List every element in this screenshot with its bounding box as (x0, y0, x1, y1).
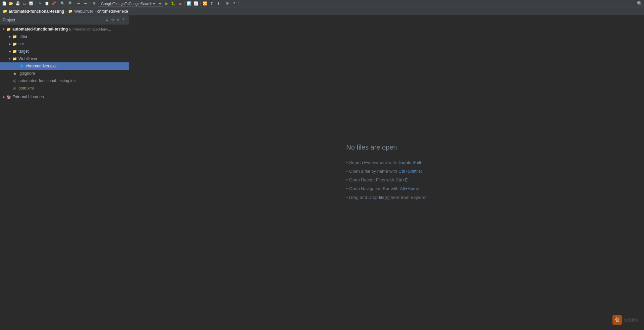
chromedriver-file-icon: 🔷 (19, 64, 25, 68)
hint-nav-text: Open Navigation Bar with (349, 184, 398, 193)
watermark-logo: 创 (612, 315, 622, 325)
webdriver-arrow: ▼ (7, 57, 12, 60)
root-name: automated-functional-testing E:\Pere\aut… (12, 27, 111, 32)
sep4 (90, 1, 90, 6)
hint-recent-text: Open Recent Files with (349, 176, 394, 184)
hint-open-name: • Open a file by name with Ctrl+Shift+R (346, 167, 422, 176)
hint-nav-key: Alt+Home (400, 184, 419, 193)
breadcrumb-project-icon: 📁 (3, 9, 7, 13)
pull-icon[interactable]: ⬇ (215, 1, 221, 7)
sep7 (223, 1, 223, 6)
help-icon[interactable]: ? (231, 1, 237, 7)
settings-icon[interactable]: ⚙ (224, 1, 230, 7)
search-everywhere-icon[interactable]: 🔍 (637, 1, 643, 7)
hint-drag-text: Drag and Drop file(s) here from Explorer (349, 193, 427, 202)
tree-idea[interactable]: ▶ 📁 .idea (0, 33, 129, 40)
tree-chromedriver[interactable]: 🔷 chromedriver.exe (0, 62, 129, 70)
sep6 (200, 1, 201, 6)
breadcrumb-folder[interactable]: WebDriver (74, 9, 93, 14)
tree-webdriver[interactable]: ▼ 📁 WebDriver (0, 55, 129, 62)
sep2 (58, 1, 58, 6)
breadcrumb-file[interactable]: chromedriver.exe (97, 9, 128, 14)
hint-search: • Search Everywhere with Double Shift (346, 158, 421, 167)
sidebar-gear-icon[interactable]: ⚙ (105, 17, 109, 23)
tree-external[interactable]: ▶ 📚 External Libraries (0, 93, 129, 101)
sep8 (238, 1, 239, 6)
watermark-text: 创新互联 (624, 318, 639, 323)
copy-icon[interactable]: 📋 (44, 1, 50, 7)
no-files-panel: No files are open • Search Everywhere wi… (346, 144, 427, 202)
tree-target[interactable]: ▶ 📁 target (0, 48, 129, 55)
sep3 (74, 1, 74, 6)
editor-area: No files are open • Search Everywhere wi… (129, 15, 644, 330)
iml-icon: ⟨/⟩ (12, 79, 17, 83)
chromedriver-name: chromedriver.exe (26, 64, 57, 68)
external-name: External Libraries (12, 95, 44, 99)
target-folder-icon: 📁 (12, 49, 17, 54)
no-files-title: No files are open (346, 144, 427, 154)
sidebar-header-label: Project (3, 18, 103, 22)
profile-icon[interactable]: 📈 (193, 1, 199, 7)
hint-search-key: Double Shift (397, 158, 421, 167)
run-config-dropdown[interactable]: GoogleTest.goToGoogleSearch▼ (98, 1, 163, 7)
hint-open-name-bullet: • (346, 167, 348, 176)
webdriver-folder-icon: 📁 (12, 57, 17, 61)
hint-drag-bullet: • (346, 193, 348, 202)
breadcrumb-sep1: › (65, 9, 67, 14)
watermark: 创 创新互联 (612, 315, 639, 325)
sidebar: Project ⚙ ⟳ ≡ ⋮ ▼ 📁 automated-functional… (0, 15, 129, 330)
run-button[interactable]: ▶ (164, 1, 170, 7)
replace-icon[interactable]: 🔎 (66, 1, 72, 7)
idea-folder-icon: 📁 (12, 35, 17, 39)
src-arrow: ▶ (7, 42, 12, 46)
toolbar: 📄 📂 💾 🗂 🔄 ✂ 📋 📌 🔍 🔎 ↩ ↪ ⚙ GoogleTest.goT… (0, 0, 644, 7)
debug-button[interactable]: 🐛 (170, 1, 176, 7)
sep1 (36, 1, 36, 6)
sep5 (184, 1, 185, 6)
vcs-icon[interactable]: 🔀 (202, 1, 208, 7)
sidebar-scroll-icon[interactable]: ⟳ (111, 17, 115, 23)
hint-drag: • Drag and Drop file(s) here from Explor… (346, 193, 427, 202)
root-arrow: ▼ (1, 28, 6, 31)
hint-recent-bullet: • (346, 176, 348, 184)
tree-iml[interactable]: ⟨/⟩ automated-functional-testing.iml (0, 77, 129, 85)
webdriver-name: WebDriver (18, 56, 37, 61)
pom-icon: m (12, 87, 17, 90)
breadcrumb-project[interactable]: automated-functional-testing (9, 9, 64, 14)
sidebar-collapse-icon[interactable]: ≡ (116, 17, 120, 23)
push-icon[interactable]: ⬆ (209, 1, 215, 7)
cut-icon[interactable]: ✂ (37, 1, 43, 7)
hint-nav-bullet: • (346, 184, 348, 193)
structure-icon[interactable]: ⚙ (91, 1, 97, 7)
sidebar-more-icon[interactable]: ⋮ (121, 17, 126, 23)
undo-icon[interactable]: ↩ (75, 1, 82, 7)
breadcrumb-sep2: › (95, 9, 96, 14)
idea-name: .idea (18, 34, 27, 39)
open-icon[interactable]: 📂 (8, 1, 14, 7)
stop-button[interactable]: ⏹ (177, 1, 183, 7)
redo-icon[interactable]: ↪ (82, 1, 88, 7)
iml-name: automated-functional-testing.iml (18, 78, 75, 83)
external-arrow: ▶ (1, 95, 6, 99)
paste-icon[interactable]: 📌 (51, 1, 57, 7)
tree-src[interactable]: ▶ 📁 src (0, 40, 129, 48)
save-all-icon[interactable]: 🗂 (21, 1, 28, 7)
refresh-icon[interactable]: 🔄 (28, 1, 34, 7)
tree-pom[interactable]: m pom.xml (0, 85, 129, 92)
idea-arrow: ▶ (7, 35, 12, 38)
hint-open-name-key: Ctrl+Shift+R (398, 167, 422, 176)
file-tree: ▼ 📁 automated-functional-testing E:\Pere… (0, 25, 129, 330)
coverage-icon[interactable]: 📊 (186, 1, 192, 7)
tree-root[interactable]: ▼ 📁 automated-functional-testing E:\Pere… (0, 25, 129, 33)
save-icon[interactable]: 💾 (15, 1, 21, 7)
hint-recent: • Open Recent Files with Ctrl+E (346, 176, 408, 184)
sidebar-header: Project ⚙ ⟳ ≡ ⋮ (0, 15, 129, 25)
tree-gitignore[interactable]: ◆ .gitignore (0, 70, 129, 77)
new-file-icon[interactable]: 📄 (1, 1, 7, 7)
breadcrumb-folder-icon: 📁 (68, 9, 73, 13)
gitignore-icon: ◆ (12, 71, 17, 76)
breadcrumb: 📁 automated-functional-testing › 📁 WebDr… (0, 7, 644, 15)
find-icon[interactable]: 🔍 (60, 1, 66, 7)
src-folder-icon: 📁 (12, 42, 17, 46)
src-name: src (18, 42, 24, 46)
